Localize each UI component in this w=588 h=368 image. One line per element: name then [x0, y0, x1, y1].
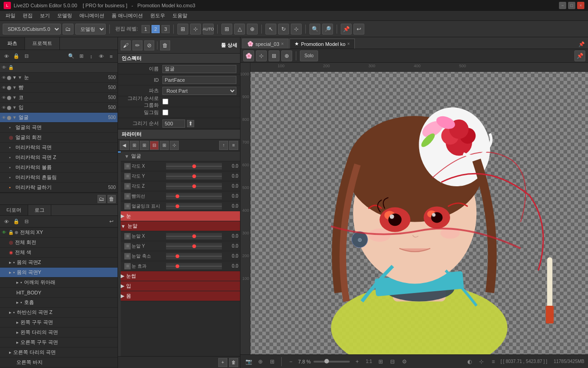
def-row-xy[interactable]: 👁 🔒 ⊕ 전체의 XY [0, 228, 118, 238]
canvas-lock-btn[interactable]: 📌 [574, 50, 585, 61]
param-angle-z-slider[interactable] [166, 183, 222, 189]
pin-btn[interactable]: 📌 [341, 24, 352, 35]
edit-level-1[interactable]: 1 [142, 25, 150, 33]
menu-animation[interactable]: 애니메이션 [76, 11, 108, 20]
edit-level-2[interactable]: 2 [152, 25, 160, 33]
zoom-reset-btn[interactable]: 1:1 [364, 357, 373, 366]
def-row-rotation[interactable]: ◎ 전체 회전 [0, 238, 118, 248]
def-row-left-leg[interactable]: ▸ 왼쪽 다리의 곡면 [0, 328, 118, 338]
auto-btn[interactable]: AUTO [203, 24, 214, 35]
header-eye-icon[interactable]: 👁 [2, 65, 6, 70]
search-btn[interactable]: 🔎 [322, 24, 333, 35]
menu-help[interactable]: 도움말 [169, 11, 191, 20]
parts-lock-btn[interactable]: 🔒 [12, 52, 21, 61]
name-input[interactable] [162, 65, 236, 73]
part-row-hair-curve-z[interactable]: ▪ 머리카락의 곡면 Z [0, 153, 118, 163]
zoom-out-btn[interactable]: − [286, 357, 295, 366]
def-eye-btn[interactable]: 👁 [2, 217, 11, 226]
params-export-btn[interactable]: ↑ [219, 141, 228, 150]
parts-delete-btn[interactable]: 🗑 [108, 195, 116, 203]
canvas-tool3[interactable]: ⊞ [269, 50, 279, 61]
params-next-btn[interactable]: ⊞ [140, 141, 149, 150]
tab-deformer[interactable]: 디포머 [0, 205, 28, 215]
param-angle-y-key[interactable]: ⊞ [124, 173, 131, 179]
def-row-shoulder[interactable]: ▸ ▪ 어깨의 위아래 [0, 278, 118, 288]
param-eye-effect-slider[interactable] [166, 263, 222, 269]
tab-close-promotion[interactable]: × [347, 41, 350, 46]
display-btn[interactable]: ⊹ [477, 357, 486, 366]
param-eyeball-x-slider[interactable] [166, 233, 222, 239]
param-group-face[interactable]: ▼ 얼굴 [118, 151, 240, 161]
def-row-body-y[interactable]: ▸ ▪ 몸의 곡면Y [0, 268, 118, 278]
param-eyeball-y-thumb[interactable] [192, 244, 196, 248]
param-angle-z-key[interactable]: ⊞ [124, 183, 131, 189]
rotate-btn[interactable]: ↻ [278, 24, 289, 35]
tool1-btn[interactable]: ⊞ [221, 24, 232, 35]
param-eyeball-shrink-slider[interactable] [166, 253, 222, 259]
params-delete-btn[interactable]: 🗑 [229, 358, 238, 367]
maximize-button[interactable]: □ [568, 2, 575, 9]
param-angle-x-slider[interactable] [166, 163, 222, 169]
canvas-export-btn[interactable]: ⊞ [268, 357, 277, 366]
param-eyeball-shrink-key[interactable]: ⊞ [124, 253, 131, 259]
param-face-ink-slider[interactable] [166, 203, 222, 209]
canvas-tool2[interactable]: ⊹ [256, 50, 267, 61]
close-button[interactable]: × [577, 2, 584, 9]
def-row-right-pants[interactable]: 오른쪽 바지 [0, 358, 118, 368]
canvas-viewport[interactable]: 1000 900 800 700 600 500 400 300 200 100… [240, 63, 588, 354]
def-expand-btn[interactable]: ⊟ [22, 217, 31, 226]
param-angle-y-thumb[interactable] [192, 174, 196, 178]
canvas-tool4[interactable]: ⊕ [281, 50, 292, 61]
param-eyeball-y-key[interactable]: ⊞ [124, 243, 131, 249]
param-cheek-thumb[interactable] [176, 194, 179, 198]
tab-parts[interactable]: 파츠 [0, 37, 25, 50]
edit-level-3[interactable]: 3 [162, 25, 170, 33]
def-row-hit-body[interactable]: HIT_BODY [0, 288, 118, 298]
param-angle-z-thumb[interactable] [192, 184, 196, 188]
param-eyeball-y-slider[interactable] [166, 243, 222, 249]
quality-btn[interactable]: ◐ [465, 357, 474, 366]
def-row-color[interactable]: ◉ 전체 색 [0, 248, 118, 258]
param-eye-effect-thumb[interactable] [176, 264, 179, 268]
parts-expand-btn[interactable]: ⊟ [22, 52, 31, 61]
part-row-face-curve[interactable]: ▪ 얼굴의 곡면 [0, 123, 118, 133]
menu-file[interactable]: 파일 [2, 11, 19, 20]
menu-form-animation[interactable]: 폼 애니메이션 [108, 11, 147, 20]
param-angle-y-slider[interactable] [166, 173, 222, 179]
parts-visible-btn[interactable]: 👁 [97, 52, 106, 61]
parts-add-btn[interactable]: 🗂 [98, 195, 106, 203]
param-face-ink-key[interactable]: ⊞ [124, 203, 131, 209]
param-eyeball-x-key[interactable]: ⊞ [124, 233, 131, 239]
param-cheek-key[interactable]: ⊞ [124, 193, 131, 199]
params-prev2-btn[interactable]: ⊞ [130, 141, 139, 150]
param-eye-effect-key[interactable]: ⊞ [124, 263, 131, 269]
tool-detail-eraser[interactable]: ⊘ [144, 40, 154, 50]
undo-btn[interactable]: ↩ [353, 24, 364, 35]
part-row-eye[interactable]: 👁 ⬤ ▼ ▼ 눈 500 [0, 73, 118, 83]
params-prev-btn[interactable]: ◀ [120, 141, 129, 150]
def-row-breath[interactable]: ▸ ▪ 호흡 [0, 298, 118, 308]
mesh-btn[interactable]: ⊹ [190, 24, 201, 35]
zoom-btn[interactable]: 🔍 [309, 24, 320, 35]
transform-btn[interactable]: ⊹ [291, 24, 302, 35]
part-row-mouth[interactable]: 👁 ⬤ ▼ 입 500 [0, 103, 118, 113]
canvas-solo-btn[interactable]: Solo [300, 50, 318, 61]
tab-close-special[interactable]: × [281, 41, 284, 46]
params-menu-btn[interactable]: ≡ [229, 141, 238, 150]
tab-pin-btn[interactable]: 📌 [577, 40, 586, 49]
frame-btn[interactable]: ⊟ [388, 357, 397, 366]
canvas-settings-btn[interactable]: ⚙ [400, 357, 409, 366]
part-row-face-rotation[interactable]: ◎ 얼굴의 회전 [0, 133, 118, 143]
more-btn[interactable]: ≡ [489, 357, 498, 366]
param-eyeball-shrink-thumb[interactable] [176, 254, 179, 258]
parts-eye-btn[interactable]: 👁 [2, 52, 11, 61]
param-face-ink-thumb[interactable] [176, 204, 179, 208]
def-menu-btn[interactable]: ↩ [107, 217, 116, 226]
tool-detail-pen[interactable]: ✏ [132, 40, 142, 50]
def-row-lower-z[interactable]: ▸ ▪ 하반신의 곡면 Z [0, 308, 118, 318]
part-row-hair-curve[interactable]: ▪ 머리카락의 곡면 [0, 143, 118, 153]
part-row-cheek[interactable]: 👁 ⬤ ▼ 뺨 500 [0, 83, 118, 93]
param-group-row-eyebrow[interactable]: ▶ 눈썹 [118, 271, 240, 281]
params-keyframe-btn[interactable]: ⊟ [150, 141, 159, 150]
zoom-in-btn[interactable]: + [353, 357, 362, 366]
